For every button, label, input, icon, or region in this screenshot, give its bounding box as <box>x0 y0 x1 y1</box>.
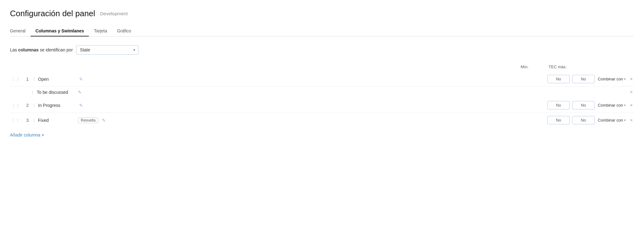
close-btn-1[interactable]: × <box>629 77 634 82</box>
combinar-btn-2[interactable]: Combinar con ▾ <box>597 102 626 109</box>
page-title: Configuración del panel <box>10 9 95 18</box>
rows-container: ⋮⋮ 1 ⋮ Open ✎ Combinar con ▾ × ⋮ To be d… <box>10 72 634 127</box>
right-controls-sub: × <box>629 90 634 95</box>
col-name-fixed: Fixed <box>38 118 75 123</box>
drag-handle-2[interactable]: ⋮⋮ <box>10 103 21 108</box>
page-header: Configuración del panel Development <box>10 9 634 18</box>
close-btn-2[interactable]: × <box>629 103 634 108</box>
column-row-1: ⋮⋮ 1 ⋮ Open ✎ Combinar con ▾ × ⋮ To be d… <box>10 72 634 98</box>
max-input-3[interactable] <box>572 116 595 124</box>
columns-identify-row: Las columnas se identifican por State Pr… <box>10 45 634 55</box>
drag-handle-sub-3[interactable]: ⋮ <box>30 118 38 123</box>
row-num-2: 2 <box>21 103 29 108</box>
tab-grafico[interactable]: Gráfico <box>112 26 136 36</box>
combinar-btn-3[interactable]: Combinar con ▾ <box>597 117 626 124</box>
tabs-nav: General Columnas y Swimlanes Tarjeta Grá… <box>10 26 634 36</box>
close-btn-3[interactable]: × <box>629 118 634 123</box>
combinar-btn-1[interactable]: Combinar con ▾ <box>597 75 626 83</box>
column-row-open: ⋮⋮ 1 ⋮ Open ✎ Combinar con ▾ × <box>10 72 634 87</box>
add-column-label: Añadir columna <box>10 132 40 137</box>
edit-icon-tobed[interactable]: ✎ <box>77 89 83 95</box>
max-input-2[interactable] <box>572 101 595 109</box>
add-column-button[interactable]: Añadir columna ▾ <box>10 130 44 140</box>
combinar-chevron-1: ▾ <box>624 77 626 81</box>
right-controls-3: Combinar con ▾ × <box>547 116 634 124</box>
drag-handle-sub-2[interactable]: ⋮ <box>30 103 38 108</box>
tab-columnas[interactable]: Columnas y Swimlanes <box>31 26 89 36</box>
column-row-fixed: ⋮⋮ 3 ⋮ Fixed Resuelta ✎ Combinar con ▾ × <box>10 113 634 127</box>
combinar-chevron-3: ▾ <box>624 118 626 122</box>
state-select[interactable]: State Priority Category <box>76 45 138 55</box>
drag-handle-3[interactable]: ⋮⋮ <box>10 118 21 123</box>
subrow-to-be-discussed: ⋮ To be discussed ✎ × <box>10 87 634 98</box>
min-input-3[interactable] <box>547 116 570 124</box>
columns-label: Las columnas se identifican por <box>10 47 73 52</box>
column-row-inprogress: ⋮⋮ 2 ⋮ In Progress ✎ Combinar con ▾ × <box>10 98 634 113</box>
tab-tarjeta[interactable]: Tarjeta <box>89 26 112 36</box>
col-name-inprogress: In Progress <box>38 103 75 108</box>
right-controls-1: Combinar con ▾ × <box>547 75 634 83</box>
drag-handle-sub-1[interactable]: ⋮ <box>30 77 38 82</box>
row-num-3: 3 <box>21 118 29 123</box>
row-num-1: 1 <box>21 77 29 82</box>
state-select-wrapper[interactable]: State Priority Category ▾ <box>76 45 138 55</box>
close-btn-sub[interactable]: × <box>629 90 634 95</box>
combinar-chevron-2: ▾ <box>624 103 626 107</box>
col-name-tobed: To be discussed <box>37 90 74 95</box>
table-headers: Mín. TEC máx. <box>10 65 634 69</box>
max-input-1[interactable] <box>572 75 595 83</box>
fixed-badge: Resuelta <box>78 117 98 123</box>
right-controls-2: Combinar con ▾ × <box>547 101 634 109</box>
drag-handle-sub[interactable]: ⋮ <box>29 90 37 95</box>
drag-handle-1[interactable]: ⋮⋮ <box>10 77 21 82</box>
min-input-2[interactable] <box>547 101 570 109</box>
tab-general[interactable]: General <box>10 26 31 36</box>
edit-icon-open[interactable]: ✎ <box>78 76 84 82</box>
col-name-open: Open <box>38 77 75 82</box>
env-badge: Development <box>100 11 127 16</box>
min-input-1[interactable] <box>547 75 570 83</box>
header-min: Mín. <box>511 65 539 69</box>
edit-icon-inprogress[interactable]: ✎ <box>78 102 84 108</box>
header-max: TEC máx. <box>544 65 572 69</box>
edit-icon-fixed[interactable]: ✎ <box>101 117 107 123</box>
add-column-chevron: ▾ <box>42 133 44 137</box>
